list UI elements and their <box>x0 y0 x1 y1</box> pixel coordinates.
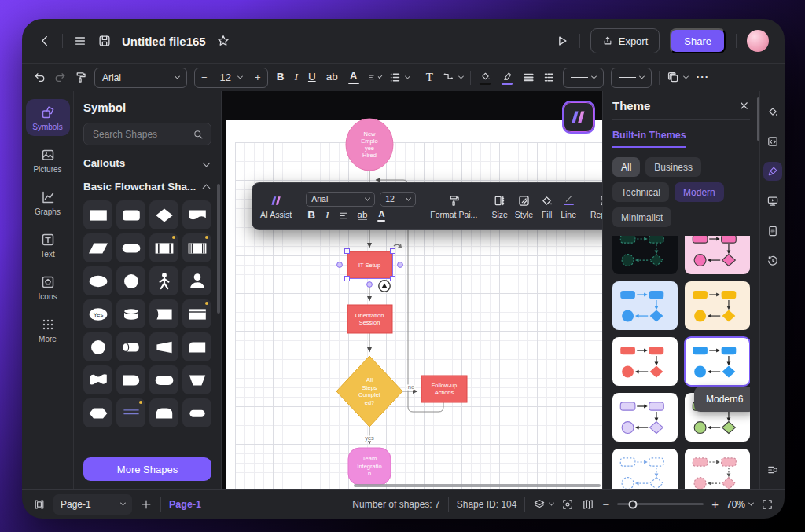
floating-style-button[interactable]: Style <box>515 194 533 219</box>
theme-card-outline-blue[interactable] <box>612 449 678 489</box>
sidebar-item-more[interactable]: More <box>26 311 70 348</box>
arrow-style-select[interactable] <box>611 68 652 88</box>
quick-action-button[interactable] <box>379 281 390 292</box>
floating-size-button[interactable]: Size <box>491 194 507 219</box>
shape-lens[interactable] <box>149 365 178 394</box>
horizontal-scrollbar[interactable] <box>354 484 601 487</box>
theme-card-blue-white[interactable] <box>685 337 750 386</box>
zoom-in-button[interactable]: + <box>711 497 719 511</box>
shape-hexagon[interactable] <box>83 398 112 427</box>
sidebar-item-pictures[interactable]: Pictures <box>26 141 70 178</box>
font-family-select[interactable]: Arial <box>94 68 187 88</box>
floating-strike-button[interactable]: ab <box>356 211 369 221</box>
bucket-rail-button[interactable] <box>763 102 782 121</box>
font-size-increase[interactable]: + <box>248 68 267 87</box>
resize-handle[interactable] <box>391 277 395 281</box>
shape-multi-process[interactable] <box>182 233 211 262</box>
panel-scrollbar[interactable] <box>217 184 220 314</box>
shape-predefined-process[interactable] <box>149 233 178 262</box>
sidebar-item-text[interactable]: Text <box>26 226 70 263</box>
shape-yes-ellipse[interactable]: Yes <box>83 299 112 328</box>
shape-user[interactable] <box>182 266 211 295</box>
zoom-out-button[interactable]: − <box>602 497 609 511</box>
sidebar-item-graphs[interactable]: Graphs <box>26 184 70 221</box>
shape-wave-rect[interactable] <box>83 365 112 394</box>
shape-text-lines[interactable] <box>116 398 145 427</box>
shape-top-rounded[interactable] <box>149 398 178 427</box>
shape-parallelogram[interactable] <box>83 233 112 262</box>
theme-chip-minimalist[interactable]: Minimalist <box>612 207 671 227</box>
section-basic-flowchart[interactable]: Basic Flowchart Sha... <box>83 181 211 193</box>
font-color-button[interactable]: A <box>347 71 361 85</box>
history-rail-button[interactable] <box>763 251 782 270</box>
floating-size-select[interactable]: 12 <box>380 192 416 207</box>
frame-icon[interactable] <box>33 498 46 511</box>
floating-replace-button[interactable]: Replace <box>590 194 602 219</box>
shape-rectangle[interactable] <box>83 200 112 229</box>
minimap-icon[interactable] <box>582 498 594 511</box>
zoom-slider-knob[interactable] <box>629 500 638 508</box>
strikethrough-button[interactable]: ab <box>325 72 340 83</box>
font-size-decrease[interactable]: − <box>195 68 214 87</box>
line-style-select[interactable] <box>563 68 604 88</box>
zoom-slider[interactable] <box>617 503 704 505</box>
pageswap-rail-button[interactable] <box>763 132 782 151</box>
list-button[interactable] <box>388 71 410 84</box>
floating-font-select[interactable]: Arial <box>306 192 375 207</box>
align-button[interactable] <box>368 71 381 84</box>
resize-handle[interactable] <box>391 249 395 254</box>
layerscfg-rail-button[interactable] <box>763 460 782 479</box>
connection-point[interactable] <box>367 282 373 288</box>
theme-chip-business[interactable]: Business <box>645 157 701 177</box>
resize-handle[interactable] <box>345 249 350 254</box>
floating-italic-button[interactable]: I <box>324 210 331 222</box>
shape-ruled-rect[interactable] <box>182 299 211 328</box>
undo-button[interactable] <box>33 71 46 84</box>
shape-trapezoid-side[interactable] <box>149 332 178 361</box>
fullscreen-icon[interactable] <box>761 498 774 511</box>
italic-button[interactable]: I <box>292 72 300 83</box>
font-size-select[interactable]: 12 <box>214 68 248 87</box>
page-tab[interactable]: Page-1 <box>169 499 201 510</box>
zoom-level-select[interactable]: 70% <box>726 499 753 510</box>
theme-card-rose[interactable] <box>685 449 750 489</box>
shape-circle[interactable] <box>116 266 145 295</box>
shape-person[interactable] <box>149 266 178 295</box>
page-dropdown[interactable]: Page-1 <box>53 494 132 515</box>
text-tool-button[interactable]: T <box>425 71 435 84</box>
built-in-themes-tab[interactable]: Built-in Themes <box>612 130 686 148</box>
export-button[interactable]: Export <box>590 28 660 53</box>
underline-button[interactable]: U <box>307 72 318 83</box>
highlighter-button[interactable] <box>500 71 515 85</box>
shape-search-box[interactable] <box>83 123 211 145</box>
notes-rail-button[interactable] <box>763 222 782 240</box>
shape-rounded-rectangle[interactable] <box>116 200 145 229</box>
shape-pill[interactable] <box>182 398 211 427</box>
favorite-star-icon[interactable] <box>216 34 230 48</box>
shape-circle2[interactable] <box>83 332 112 361</box>
search-input[interactable] <box>91 128 188 141</box>
menu-button[interactable] <box>73 34 87 48</box>
ai-assist-button[interactable]: AI Assist <box>260 194 292 219</box>
format-painter-button[interactable] <box>74 71 87 84</box>
add-page-button[interactable] <box>140 498 153 511</box>
focus-icon[interactable] <box>561 498 574 511</box>
save-button[interactable] <box>97 34 112 48</box>
theme-card-lavender[interactable] <box>612 393 678 442</box>
theme-card-red-white[interactable] <box>612 337 678 386</box>
connector-button[interactable] <box>442 71 463 84</box>
sidebar-item-icons[interactable]: Icons <box>26 269 70 306</box>
section-callouts[interactable]: Callouts <box>83 157 211 169</box>
theme-chip-technical[interactable]: Technical <box>612 182 669 202</box>
shape-diamond[interactable] <box>149 200 178 229</box>
floating-align-icon[interactable] <box>338 211 349 221</box>
flow-nodes[interactable] <box>336 119 467 485</box>
back-button[interactable] <box>38 34 52 48</box>
more-shapes-button[interactable]: More Shapes <box>83 457 211 481</box>
floating-line-button[interactable]: Line <box>561 194 576 219</box>
shape-cylinder[interactable] <box>116 299 145 328</box>
floating-bold-button[interactable]: B <box>306 210 317 222</box>
floating-format-painter[interactable]: Format Pai... <box>430 194 477 219</box>
shape-card[interactable] <box>149 299 178 328</box>
shape-document[interactable] <box>182 200 211 229</box>
